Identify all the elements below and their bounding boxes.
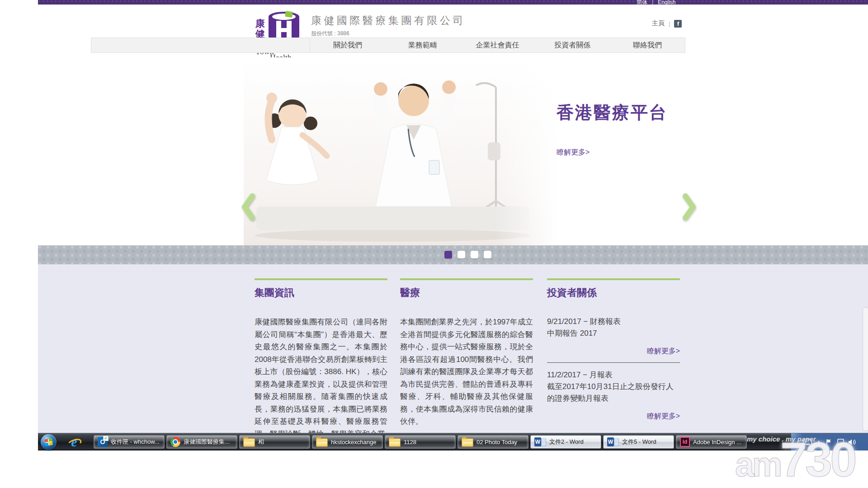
- taskbar-button-word[interactable]: 文件5 - Word: [603, 435, 674, 449]
- ir-learn-more-link[interactable]: 瞭解更多>: [547, 347, 680, 356]
- green-divider: [547, 278, 680, 280]
- green-divider: [255, 278, 387, 280]
- top-language-bar: 简体|English: [38, 0, 868, 5]
- touch-keyboard-icon[interactable]: [803, 439, 812, 445]
- browser-viewport: 简体|English 康健 Town Health 康健國際醫療集團有限公司: [38, 0, 868, 450]
- carousel-dot-4[interactable]: [484, 251, 491, 258]
- green-divider: [400, 278, 533, 280]
- ir-report-item: 11/2/2017 − 月報表 截至2017年10月31日止之股份發行人的證券變…: [547, 369, 680, 421]
- investor-title: 投資者關係: [547, 286, 680, 300]
- taskbar-button-folder[interactable]: 1128: [385, 435, 456, 449]
- carousel-next-arrow[interactable]: [679, 193, 699, 221]
- home-link[interactable]: 主頁: [652, 19, 665, 28]
- content-section: 集團資訊 康健國際醫療集團有限公司（連同各附屬公司簡稱“本集團”）是香港最大、歷…: [38, 264, 868, 450]
- lang-simplified-link[interactable]: 简体: [637, 0, 647, 5]
- group-info-title: 集團資訊: [255, 286, 387, 300]
- system-tray: [791, 433, 868, 450]
- carousel-dot-2[interactable]: [458, 251, 465, 258]
- carousel-dots: [444, 251, 491, 258]
- column-investor-relations: 投資者關係 9/21/2017 − 財務報表 中期報告 2017 瞭解更多> 1…: [547, 278, 680, 421]
- logo-chinese-name: 康健: [255, 18, 266, 39]
- show-hidden-icons-arrow[interactable]: [816, 440, 821, 444]
- screenshot-canvas: 简体|English 康健 Town Health 康健國際醫療集團有限公司: [0, 0, 868, 488]
- folder-icon: [316, 438, 328, 447]
- medical-title: 醫療: [400, 286, 533, 300]
- column-group-info: 集團資訊 康健國際醫療集團有限公司（連同各附屬公司簡稱“本集團”）是香港最大、歷…: [255, 278, 387, 440]
- carousel-strip: [38, 245, 868, 264]
- indesign-icon: [680, 437, 690, 447]
- ir-report-desc: 截至2017年10月31日止之股份發行人的證券變動月報表: [547, 381, 680, 404]
- group-info-body: 康健國際醫療集團有限公司（連同各附屬公司簡稱“本集團”）是香港最大、歷史最悠久的…: [255, 316, 387, 440]
- folder-icon: [243, 438, 255, 447]
- folder-icon: [389, 438, 401, 447]
- banner-headline: 香港醫療平台: [557, 103, 668, 122]
- nav-investor-relations[interactable]: 投資者關係: [535, 38, 610, 52]
- taskbar-button-outlook[interactable]: 收件匣 - whchow...: [94, 435, 165, 449]
- ir-divider: [547, 362, 680, 363]
- ir-learn-more-link[interactable]: 瞭解更多>: [547, 412, 680, 421]
- header-links: 主頁 | f: [652, 19, 682, 28]
- taskbar-button-folder[interactable]: 02 Photo Today: [458, 435, 528, 449]
- medical-body: 本集團開創業界之先河，於1997年成立全港首間提供多元化醫護服務的綜合醫務中心，…: [400, 316, 533, 428]
- main-nav-bar: 關於我們 業務範疇 企業社會責任 投資者關係 聯絡我們: [310, 38, 685, 53]
- ir-report-desc: 中期報告 2017: [547, 328, 680, 339]
- outlook-icon: [98, 437, 108, 447]
- ir-report-headline[interactable]: 9/21/2017 − 財務報表: [547, 316, 680, 328]
- taskbar-button-folder[interactable]: 相: [239, 435, 310, 449]
- ir-report-headline[interactable]: 11/2/2017 − 月報表: [547, 369, 680, 381]
- page-scrollbar-thumb[interactable]: [863, 307, 868, 431]
- word-icon: [534, 437, 546, 446]
- internet-explorer-icon[interactable]: e: [67, 435, 81, 449]
- carousel-dot-1[interactable]: [444, 251, 452, 258]
- stock-code: 股份代號 : 3886: [311, 30, 349, 38]
- nav-business-scope[interactable]: 業務範疇: [385, 38, 460, 52]
- carousel-prev-arrow[interactable]: [239, 193, 259, 221]
- lang-english-link[interactable]: English: [658, 0, 675, 5]
- taskbar-button-folder[interactable]: hkstockexchange: [312, 435, 383, 449]
- start-button[interactable]: [41, 434, 57, 450]
- carousel-dot-3[interactable]: [471, 251, 478, 258]
- ir-report-item: 9/21/2017 − 財務報表 中期報告 2017 瞭解更多>: [547, 316, 680, 356]
- taskbar-button-word[interactable]: 文件2 - Word: [530, 435, 601, 449]
- nav-csr[interactable]: 企業社會責任: [460, 38, 535, 52]
- network-icon[interactable]: [836, 439, 844, 446]
- word-icon: [607, 437, 619, 446]
- chrome-icon: [170, 437, 180, 447]
- company-name: 康健國際醫療集團有限公司: [311, 14, 466, 28]
- facebook-icon[interactable]: f: [674, 20, 682, 28]
- windows-taskbar: e 收件匣 - whchow... 康健國際醫療集... 相 hkstockex…: [38, 433, 868, 450]
- lang-divider: |: [652, 0, 653, 5]
- column-medical: 醫療 本集團開創業界之先河，於1997年成立全港首間提供多元化醫護服務的綜合醫務…: [400, 278, 533, 428]
- nav-contact-us[interactable]: 聯絡我們: [610, 38, 685, 52]
- banner-learn-more-link[interactable]: 瞭解更多>: [557, 148, 590, 157]
- header-divider: |: [669, 20, 670, 27]
- action-center-flag-icon[interactable]: [826, 439, 832, 446]
- language-switcher: 简体|English: [637, 0, 675, 5]
- nav-about-us[interactable]: 關於我們: [310, 38, 385, 52]
- taskbar-button-indesign[interactable]: Adobe InDesign ...: [676, 435, 747, 449]
- taskbar-button-chrome[interactable]: 康健國際醫療集...: [166, 435, 237, 449]
- volume-icon[interactable]: [848, 439, 856, 446]
- hero-banner: 香港醫療平台 瞭解更多>: [38, 57, 868, 245]
- banner-photo-illustration: [244, 57, 559, 245]
- folder-icon: [462, 438, 473, 447]
